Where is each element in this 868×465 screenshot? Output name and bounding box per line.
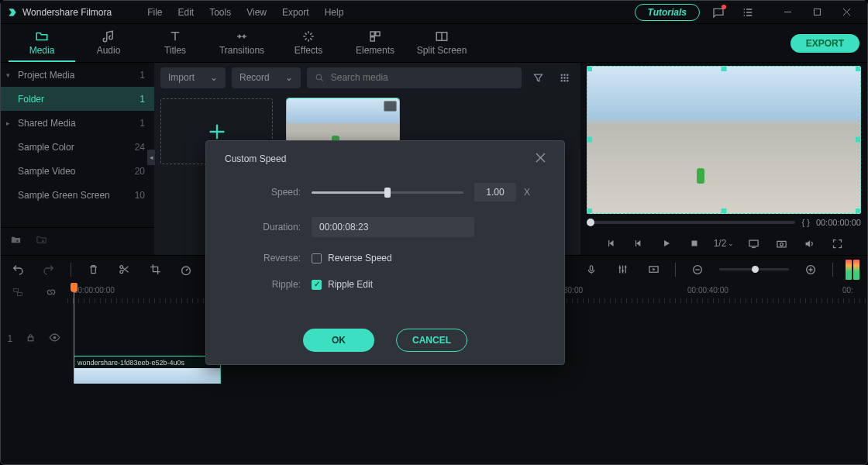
menu-export[interactable]: Export (274, 1, 317, 24)
preview-quality[interactable]: 1/2 (714, 238, 727, 249)
svg-rect-27 (17, 292, 22, 295)
import-dropdown[interactable]: Import⌄ (160, 67, 226, 88)
dialog-close-button[interactable] (536, 152, 546, 166)
menu-view[interactable]: View (239, 1, 274, 24)
auto-ripple-icon[interactable] (46, 287, 57, 300)
tab-transitions[interactable]: Transitions (208, 24, 275, 62)
speed-row: Speed: 1.00 X (240, 183, 530, 202)
ruler-tick: 00: (842, 286, 853, 294)
reverse-checkbox[interactable] (312, 253, 322, 264)
tab-split-screen[interactable]: Split Screen (408, 24, 475, 62)
resize-handle[interactable] (856, 208, 861, 214)
audio-mixer-button[interactable] (613, 260, 632, 279)
app-window: Wondershare Filmora File Edit Tools View… (0, 0, 868, 465)
zoom-in-button[interactable] (801, 260, 820, 279)
resize-handle[interactable] (722, 66, 727, 71)
svg-point-3 (560, 74, 563, 76)
resize-handle[interactable] (587, 66, 592, 71)
ok-button[interactable]: OK (303, 329, 374, 352)
speed-value-input[interactable]: 1.00 (474, 183, 516, 202)
sidebar-item-label: Sample Color (18, 142, 74, 153)
track-visibility-icon[interactable] (49, 332, 60, 346)
new-folder-outline-icon[interactable] (36, 234, 47, 249)
sidebar-item-count: 1 (140, 118, 145, 129)
sidebar-item-folder[interactable]: Folder1 (1, 87, 154, 111)
svg-point-15 (780, 243, 783, 246)
tab-elements[interactable]: Elements (342, 24, 408, 62)
collapse-sidebar-button[interactable]: ◂ (147, 150, 155, 165)
fullscreen-button[interactable] (828, 235, 846, 252)
ruler-tick: 30:00 (563, 286, 583, 294)
sidebar-item-label: Sample Green Screen (18, 190, 110, 201)
step-back-button[interactable] (602, 235, 619, 252)
speed-slider-head[interactable] (384, 188, 391, 198)
audio-meter-icon[interactable] (846, 260, 859, 280)
preview-canvas[interactable] (587, 66, 861, 214)
search-box[interactable] (307, 67, 522, 88)
svg-rect-19 (590, 265, 593, 270)
export-button[interactable]: EXPORT (790, 34, 859, 53)
ripple-checkbox[interactable] (312, 280, 322, 290)
tutorials-button[interactable]: Tutorials (635, 4, 700, 21)
search-input[interactable] (331, 72, 514, 83)
crop-button[interactable] (146, 260, 164, 279)
voiceover-button[interactable] (582, 260, 601, 279)
media-sidebar: ▾Project Media1 Folder1 ▸Shared Media1 S… (1, 63, 154, 255)
new-folder-solid-icon[interactable] (10, 234, 22, 249)
svg-point-17 (119, 270, 122, 274)
preview-seek-slider[interactable] (587, 221, 795, 224)
sidebar-item-sample-green-screen[interactable]: Sample Green Screen10 (1, 183, 154, 207)
frame-back-button[interactable] (630, 235, 647, 252)
render-preview-button[interactable] (644, 260, 663, 279)
speed-button[interactable] (177, 260, 195, 279)
grid-view-icon[interactable] (554, 67, 574, 88)
volume-button[interactable] (801, 235, 818, 252)
play-button[interactable] (658, 235, 675, 252)
stop-button[interactable] (686, 235, 703, 252)
sidebar-item-project-media[interactable]: ▾Project Media1 (1, 63, 154, 87)
speed-slider[interactable] (312, 191, 463, 194)
zoom-out-button[interactable] (688, 260, 707, 279)
resize-handle[interactable] (587, 137, 592, 143)
menu-edit[interactable]: Edit (170, 1, 202, 24)
seek-head[interactable] (587, 219, 594, 226)
duration-input[interactable]: 00:00:08:23 (312, 217, 474, 237)
resize-handle[interactable] (856, 66, 861, 71)
tab-effects[interactable]: Effects (275, 24, 342, 62)
messages-icon[interactable] (708, 2, 729, 23)
delete-button[interactable] (84, 260, 102, 279)
sidebar-item-sample-color[interactable]: Sample Color24 (1, 135, 154, 159)
cancel-button[interactable]: CANCEL (396, 329, 467, 352)
media-toolbar: Import⌄ Record⌄ (154, 63, 580, 92)
menu-tools[interactable]: Tools (202, 1, 239, 24)
timeline-clip[interactable]: wondershare-1fd83eeb-e52b-4u0s (74, 356, 221, 384)
track-lock-icon[interactable] (26, 332, 36, 345)
sidebar-item-sample-video[interactable]: Sample Video20 (1, 159, 154, 183)
menu-file[interactable]: File (140, 1, 170, 24)
record-dropdown[interactable]: Record⌄ (232, 67, 301, 88)
window-close-button[interactable] (832, 2, 861, 23)
display-output-button[interactable] (745, 235, 762, 252)
zoom-slider[interactable] (719, 268, 789, 270)
window-minimize-button[interactable] (773, 2, 802, 23)
zoom-slider-head[interactable] (752, 266, 759, 273)
split-button[interactable] (115, 260, 133, 279)
resize-handle[interactable] (856, 137, 861, 143)
tab-audio[interactable]: Audio (75, 24, 142, 62)
sidebar-item-shared-media[interactable]: ▸Shared Media1 (1, 111, 154, 135)
titlebar: Wondershare Filmora File Edit Tools View… (1, 1, 867, 24)
dropdown-label: Import (168, 72, 195, 83)
resize-handle[interactable] (722, 208, 727, 214)
snapshot-button[interactable] (773, 235, 790, 252)
filter-icon[interactable] (528, 67, 548, 88)
redo-button[interactable] (40, 260, 58, 279)
preview-seek-row: { } 00:00:00:00 (587, 214, 861, 232)
tab-media[interactable]: Media (9, 24, 75, 62)
menu-help[interactable]: Help (317, 1, 352, 24)
window-maximize-button[interactable] (802, 2, 832, 23)
tab-titles[interactable]: Titles (142, 24, 208, 62)
resize-handle[interactable] (587, 208, 592, 214)
task-list-icon[interactable] (737, 2, 759, 23)
undo-button[interactable] (9, 260, 27, 279)
track-manager-icon[interactable] (12, 287, 23, 300)
